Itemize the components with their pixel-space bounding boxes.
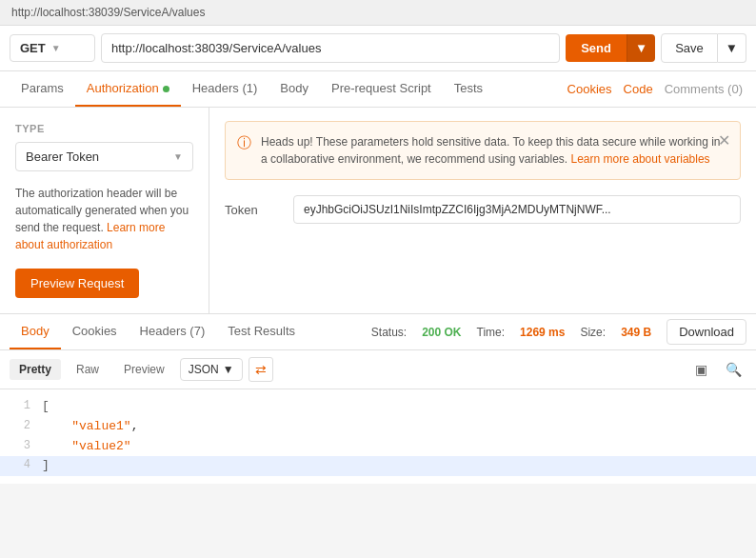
title-bar: http://localhost:38039/ServiceA/values xyxy=(0,0,756,26)
tab-body[interactable]: Body xyxy=(269,71,320,107)
code-area: 1 [ 2 "value1", 3 "value2" 4 ] xyxy=(0,389,756,484)
time-label: Time: xyxy=(477,326,506,339)
toolbar: GET ▼ Send ▼ Save ▼ xyxy=(0,26,756,71)
size-label: Size: xyxy=(580,326,606,339)
auth-dot xyxy=(163,86,169,92)
tab-tests[interactable]: Tests xyxy=(443,71,494,107)
line-num-4: 4 xyxy=(8,456,30,476)
tab-comments-link[interactable]: Comments (0) xyxy=(661,72,746,106)
code-line-3: 3 "value2" xyxy=(0,437,756,457)
search-icon[interactable]: 🔍 xyxy=(720,356,746,383)
type-label: TYPE xyxy=(15,123,193,134)
code-line-4: 4 ] xyxy=(0,456,756,476)
download-button[interactable]: Download xyxy=(666,319,746,345)
size-value: 349 B xyxy=(621,326,651,339)
code-line-2: 2 "value1", xyxy=(0,417,756,437)
raw-view-button[interactable]: Raw xyxy=(67,359,109,380)
save-button[interactable]: Save xyxy=(661,33,718,63)
tab-code-link[interactable]: Code xyxy=(620,72,657,106)
method-select[interactable]: GET ▼ xyxy=(10,34,95,62)
format-arrow: ▼ xyxy=(223,363,234,376)
save-dropdown-button[interactable]: ▼ xyxy=(718,33,746,63)
token-input[interactable] xyxy=(293,195,741,224)
token-row: Token xyxy=(225,195,741,224)
wrap-button[interactable]: ⇄ xyxy=(249,357,273,382)
time-value: 1269 ms xyxy=(520,326,565,339)
line-num-3: 3 xyxy=(8,437,30,457)
response-tabs-bar: Body Cookies Headers (7) Test Results St… xyxy=(0,314,756,350)
alert-box: ⓘ Heads up! These parameters hold sensit… xyxy=(225,121,741,180)
main-content: TYPE Bearer Token ▼ The authorization he… xyxy=(0,108,756,314)
save-group: Save ▼ xyxy=(661,33,746,63)
tab-params[interactable]: Params xyxy=(10,71,75,107)
preview-request-button[interactable]: Preview Request xyxy=(15,269,139,298)
line-content-3: "value2" xyxy=(42,437,131,457)
left-panel: TYPE Bearer Token ▼ The authorization he… xyxy=(0,108,209,313)
response-status: Status: 200 OK Time: 1269 ms Size: 349 B… xyxy=(371,319,746,345)
send-button[interactable]: Send xyxy=(566,34,627,62)
type-select-arrow: ▼ xyxy=(173,151,183,162)
tab-headers[interactable]: Headers (1) xyxy=(181,71,269,107)
response-tab-headers[interactable]: Headers (7) xyxy=(129,314,217,349)
url-input[interactable] xyxy=(101,33,560,63)
response-tab-body[interactable]: Body xyxy=(10,314,61,349)
type-select-value: Bearer Token xyxy=(26,149,99,164)
tab-authorization[interactable]: Authorization xyxy=(75,71,181,107)
tab-cookies-link[interactable]: Cookies xyxy=(564,72,616,106)
code-tools-right: ▣ 🔍 xyxy=(687,356,746,383)
alert-learn-more-link[interactable]: Learn more about variables xyxy=(571,152,710,166)
title-bar-url: http://localhost:38039/ServiceA/values xyxy=(11,6,205,19)
code-line-1: 1 [ xyxy=(0,397,756,417)
line-num-2: 2 xyxy=(8,417,30,437)
status-value: 200 OK xyxy=(422,326,461,339)
status-label: Status: xyxy=(371,326,407,339)
method-value: GET xyxy=(20,41,46,55)
copy-icon[interactable]: ▣ xyxy=(687,356,714,383)
preview-view-button[interactable]: Preview xyxy=(114,359,174,380)
tabs-right: Cookies Code Comments (0) xyxy=(564,72,746,106)
line-num-1: 1 xyxy=(8,397,30,417)
token-label: Token xyxy=(225,203,282,217)
auth-description: The authorization header will be automat… xyxy=(15,185,193,253)
type-select[interactable]: Bearer Token ▼ xyxy=(15,142,193,171)
tab-prerequest[interactable]: Pre-request Script xyxy=(320,71,443,107)
pretty-view-button[interactable]: Pretty xyxy=(10,359,61,380)
line-content-1: [ xyxy=(42,397,50,417)
alert-close-button[interactable]: ✕ xyxy=(718,131,730,149)
line-content-4: ] xyxy=(42,456,50,476)
send-dropdown-button[interactable]: ▼ xyxy=(627,34,655,62)
alert-icon: ⓘ xyxy=(237,134,251,168)
format-value: JSON xyxy=(189,363,219,376)
code-toolbar: Pretty Raw Preview JSON ▼ ⇄ ▣ 🔍 xyxy=(0,350,756,389)
request-tabs-bar: Params Authorization Headers (1) Body Pr… xyxy=(0,71,756,108)
format-select[interactable]: JSON ▼ xyxy=(180,358,243,381)
send-group: Send ▼ xyxy=(566,34,655,62)
right-panel: ⓘ Heads up! These parameters hold sensit… xyxy=(209,108,756,313)
response-tab-cookies[interactable]: Cookies xyxy=(61,314,129,349)
alert-text: Heads up! These parameters hold sensitiv… xyxy=(261,133,728,168)
response-tab-testresults[interactable]: Test Results xyxy=(216,314,307,349)
line-content-2: "value1", xyxy=(42,417,138,437)
method-arrow: ▼ xyxy=(51,43,61,53)
